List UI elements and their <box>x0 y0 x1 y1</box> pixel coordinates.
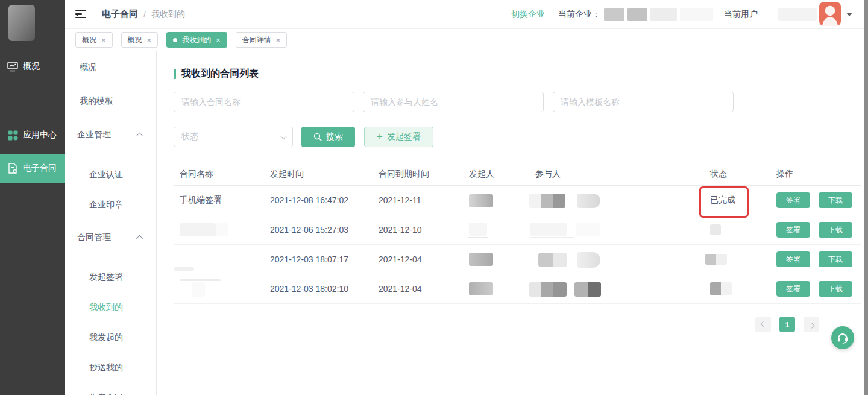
sign-button[interactable]: 签署 <box>776 222 810 238</box>
participant-redacted <box>574 282 601 297</box>
menu-fold-icon[interactable] <box>75 10 86 18</box>
submenu-label: 我收到的 <box>89 302 123 313</box>
col-actions: 操作 <box>776 169 793 180</box>
contract-name-input[interactable] <box>174 92 354 112</box>
plus-icon: + <box>377 131 383 142</box>
prev-page-button[interactable] <box>755 317 771 332</box>
tab-overview-1[interactable]: 概况 × <box>75 32 113 48</box>
submenu-label: 我发起的 <box>89 332 123 343</box>
active-dot-icon <box>173 38 177 42</box>
sign-button[interactable]: 签署 <box>776 251 810 267</box>
table-row: 2021-12-03 18:07:17 2021-12-04 签署 下载 <box>174 245 861 274</box>
close-icon[interactable]: × <box>276 36 281 44</box>
col-start-time: 发起时间 <box>270 169 304 180</box>
initiator-redacted <box>469 194 493 207</box>
status-redacted <box>710 282 732 295</box>
current-company-label: 当前企业： <box>558 9 600 20</box>
initiator-redacted <box>469 282 493 295</box>
cell-start-time: 2021-12-03 18:07:17 <box>270 254 348 264</box>
submenu-initiated-by-me[interactable]: 我发起的 <box>65 330 156 346</box>
sign-button[interactable]: 签署 <box>776 192 810 208</box>
cell-expire-time: 2021-12-11 <box>379 195 421 205</box>
participant-name-input[interactable] <box>363 92 544 112</box>
pagination: 1 <box>755 317 819 332</box>
status-select[interactable]: 状态 <box>174 127 293 147</box>
submenu-label: 企业认证 <box>89 169 123 180</box>
submenu-received[interactable]: 我收到的 <box>65 300 156 315</box>
tab-received[interactable]: 我收到的 × <box>166 32 227 48</box>
contract-name-redacted <box>180 223 216 236</box>
cell-status: 已完成 <box>710 195 735 206</box>
chevron-right-icon <box>808 322 814 328</box>
initiator-redacted <box>469 253 493 266</box>
submenu-label: 抄送我的 <box>89 362 123 373</box>
cell-expire-time: 2021-12-10 <box>379 225 422 235</box>
cell-expire-time: 2021-12-04 <box>379 254 422 264</box>
next-page-button[interactable] <box>804 317 819 332</box>
tab-overview-2[interactable]: 概况 × <box>121 32 159 48</box>
download-button[interactable]: 下载 <box>819 192 852 208</box>
template-name-input[interactable] <box>553 92 734 112</box>
status-redacted <box>705 254 727 265</box>
breadcrumb-app: 电子合同 <box>102 8 138 20</box>
participant-redacted <box>577 194 600 208</box>
header-right-cluster: 切换企业 当前企业： 当前用户 <box>511 3 852 26</box>
sidebar-item-app-center[interactable]: 应用中心 <box>0 122 65 148</box>
submenu-company-auth[interactable]: 企业认证 <box>65 167 156 183</box>
chevron-left-icon <box>760 321 766 327</box>
submenu-label: 概况 <box>80 62 96 73</box>
download-button[interactable]: 下载 <box>819 251 852 267</box>
company-name-redacted <box>604 8 713 21</box>
participant-redacted <box>529 194 565 208</box>
apps-icon <box>7 130 18 141</box>
close-icon[interactable]: × <box>101 36 106 44</box>
submenu-label: 合同管理 <box>77 232 111 243</box>
breadcrumb-current: 我收到的 <box>151 9 185 20</box>
submenu-voided-contracts[interactable]: 作废合同 <box>65 390 156 395</box>
sidebar-item-label: 电子合同 <box>23 163 57 174</box>
app-window: 概况 应用中心 电子合同 电子合同 / 我收到的 切换企业 当前企业： <box>0 0 868 395</box>
support-fab[interactable] <box>831 326 854 349</box>
close-icon[interactable]: × <box>147 36 152 44</box>
participant-redacted <box>577 252 600 268</box>
download-button[interactable]: 下载 <box>819 222 852 238</box>
submenu-my-templates[interactable]: 我的模板 <box>65 93 156 109</box>
breadcrumb-separator: / <box>143 10 146 19</box>
sidebar-item-e-contract[interactable]: 电子合同 <box>0 154 65 183</box>
search-icon <box>313 133 322 141</box>
submenu-group-company-mgmt[interactable]: 企业管理 <box>65 127 156 143</box>
close-icon[interactable]: × <box>216 36 221 44</box>
title-accent-bar <box>174 69 176 79</box>
col-contract-name: 合同名称 <box>180 169 213 180</box>
chevron-down-icon[interactable] <box>846 13 852 16</box>
col-initiator: 发起人 <box>469 169 494 180</box>
search-button[interactable]: 搜索 <box>301 127 355 147</box>
submenu-group-contract-mgmt[interactable]: 合同管理 <box>65 230 156 245</box>
top-header: 电子合同 / 我收到的 切换企业 当前企业： 当前用户 <box>65 0 864 29</box>
submenu-label: 发起签署 <box>89 272 123 283</box>
scrollbar[interactable] <box>864 0 868 395</box>
submenu-company-seal[interactable]: 企业印章 <box>65 197 156 213</box>
sign-button[interactable]: 签署 <box>776 281 810 297</box>
contract-name-redacted <box>174 267 194 271</box>
cell-start-time: 2021-12-03 18:02:10 <box>270 284 348 294</box>
sidebar-item-label: 应用中心 <box>23 130 57 141</box>
download-button[interactable]: 下载 <box>819 281 852 297</box>
contract-icon <box>7 163 18 174</box>
col-expire-time: 合同到期时间 <box>379 169 429 180</box>
contract-name-redacted <box>216 223 228 236</box>
switch-company-link[interactable]: 切换企业 <box>511 9 545 20</box>
user-avatar[interactable] <box>819 2 841 26</box>
cell-contract-name: 手机端签署 <box>180 195 222 206</box>
status-select-placeholder: 状态 <box>181 131 198 142</box>
primary-sidebar: 概况 应用中心 电子合同 <box>0 0 65 395</box>
cell-start-time: 2021-12-06 15:27:03 <box>270 225 348 235</box>
initiate-sign-button[interactable]: + 发起签署 <box>364 127 433 147</box>
submenu-overview[interactable]: 概况 <box>65 60 156 75</box>
tab-contract-detail[interactable]: 合同详情 × <box>236 32 288 48</box>
sidebar-item-overview[interactable]: 概况 <box>0 53 65 80</box>
secondary-sidebar: 概况 我的模板 企业管理 企业认证 企业印章 合同管理 发起签署 我收到的 我发… <box>65 51 157 395</box>
submenu-cc-to-me[interactable]: 抄送我的 <box>65 360 156 376</box>
page-1-button[interactable]: 1 <box>779 317 795 332</box>
submenu-initiate-sign[interactable]: 发起签署 <box>65 270 156 285</box>
